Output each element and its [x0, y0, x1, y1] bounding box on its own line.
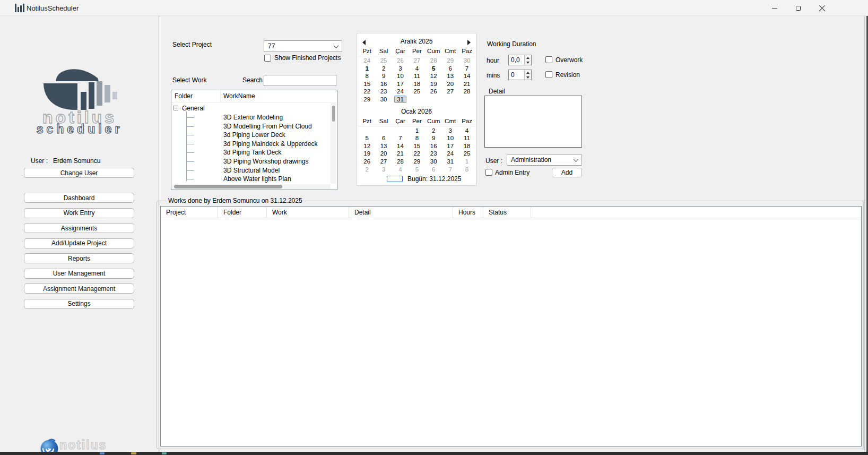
calendar-prev-icon[interactable]: [362, 40, 366, 45]
overwork-checkbox[interactable]: [545, 56, 552, 63]
maximize-button[interactable]: [786, 0, 810, 16]
tree-item-label[interactable]: 3d Piping Lower Deck: [223, 131, 285, 140]
calendar-day[interactable]: 19: [426, 80, 442, 88]
calendar-day[interactable]: 1: [409, 127, 425, 135]
tree-item[interactable]: 3D Piping Workshop drawings: [171, 157, 330, 166]
sidebar-button-work-entry[interactable]: Work Entry: [24, 208, 134, 218]
calendar-day[interactable]: 20: [442, 80, 458, 88]
calendar-day[interactable]: 2: [359, 166, 375, 174]
scrollbar-thumb[interactable]: [332, 106, 335, 122]
tree-item-label[interactable]: 3D Modelling From Point Cloud: [223, 122, 312, 131]
calendar-day[interactable]: 10: [392, 72, 409, 80]
calendar-day[interactable]: 24: [442, 150, 458, 158]
tree-item[interactable]: 3d Piping Tank Deck: [171, 148, 330, 157]
tree-root-node[interactable]: General: [173, 104, 205, 112]
calendar-day[interactable]: 11: [409, 72, 425, 80]
calendar-day[interactable]: 29: [442, 57, 458, 65]
entry-user-combobox[interactable]: Administration: [507, 154, 582, 166]
hour-spinner[interactable]: 0,0: [508, 55, 532, 65]
calendar-day[interactable]: 18: [409, 80, 425, 88]
column-header-work[interactable]: Work: [267, 207, 349, 218]
calendar-day[interactable]: 8: [359, 72, 375, 80]
mins-down-button[interactable]: [525, 75, 531, 80]
close-button[interactable]: [810, 0, 834, 16]
calendar-day[interactable]: 4: [458, 127, 475, 135]
tree-item[interactable]: 3D Modelling From Point Cloud: [171, 122, 330, 131]
tree-horizontal-scrollbar[interactable]: [172, 184, 331, 189]
calendar-day[interactable]: 12: [359, 142, 375, 150]
calendar-day[interactable]: 13: [442, 72, 458, 80]
calendar-day[interactable]: 25: [409, 88, 425, 96]
calendar-day[interactable]: 29: [409, 158, 425, 166]
calendar-day[interactable]: 16: [426, 142, 442, 150]
tree-item[interactable]: 3D Exterior Modeling: [171, 113, 330, 122]
tree-column-folder[interactable]: Folder: [171, 90, 221, 102]
calendar-day[interactable]: 19: [359, 150, 375, 158]
sidebar-button-assignment-management[interactable]: Assignment Management: [24, 284, 134, 294]
selected-day[interactable]: 31: [394, 96, 406, 103]
calendar-day[interactable]: 4: [409, 65, 425, 73]
mins-up-button[interactable]: [525, 70, 531, 75]
calendar-day[interactable]: 23: [426, 150, 442, 158]
sidebar-button-user-management[interactable]: User Management: [24, 269, 134, 279]
change-user-button[interactable]: Change User: [24, 168, 134, 178]
column-header-project[interactable]: Project: [161, 207, 218, 218]
calendar-day[interactable]: 10: [442, 134, 458, 142]
calendar-day[interactable]: 5: [426, 65, 442, 73]
sidebar-button-settings[interactable]: Settings: [24, 299, 134, 309]
minimize-button[interactable]: [762, 0, 786, 16]
calendar-day[interactable]: 18: [458, 142, 475, 150]
scrollbar-thumb[interactable]: [174, 185, 282, 188]
calendar-next-icon[interactable]: [467, 40, 471, 45]
calendar-day[interactable]: 31: [392, 96, 409, 104]
calendar-day[interactable]: 26: [426, 88, 442, 96]
tree-item-label[interactable]: 3d Piping Tank Deck: [223, 148, 281, 157]
work-tree[interactable]: Folder WorkName General 3D Exterior Mode…: [171, 90, 337, 190]
calendar-day[interactable]: 21: [392, 150, 409, 158]
hour-down-button[interactable]: [525, 60, 531, 65]
calendar-day[interactable]: 6: [375, 134, 392, 142]
calendar-day[interactable]: 6: [442, 65, 458, 73]
calendar-day[interactable]: 7: [442, 166, 458, 174]
calendar-day[interactable]: 24: [359, 57, 375, 65]
calendar-day[interactable]: 25: [375, 57, 392, 65]
calendar-day[interactable]: 26: [359, 158, 375, 166]
tree-vertical-scrollbar[interactable]: [331, 103, 336, 184]
calendar-day[interactable]: 13: [375, 142, 392, 150]
calendar-day[interactable]: 3: [442, 127, 458, 135]
calendar-day[interactable]: 1: [359, 65, 375, 73]
works-listview[interactable]: ProjectFolderWorkDetailHoursStatus: [160, 206, 862, 447]
calendar-day[interactable]: 14: [458, 72, 475, 80]
calendar-day[interactable]: 30: [426, 158, 442, 166]
calendar-day[interactable]: 15: [409, 142, 425, 150]
collapse-icon[interactable]: [173, 106, 178, 110]
column-header-folder[interactable]: Folder: [218, 207, 267, 218]
calendar-day[interactable]: 2: [426, 127, 442, 135]
calendar-day[interactable]: 14: [392, 142, 409, 150]
calendar-day[interactable]: 5: [359, 134, 375, 142]
calendar-day[interactable]: 8: [409, 134, 425, 142]
sidebar-button-assignments[interactable]: Assignments: [24, 223, 134, 233]
calendar-day[interactable]: 24: [392, 88, 409, 96]
search-input[interactable]: [264, 75, 336, 86]
works-body[interactable]: [161, 218, 861, 446]
calendar-day[interactable]: 9: [375, 72, 392, 80]
calendar-day[interactable]: 2: [375, 65, 392, 73]
tree-item-label[interactable]: 3D Structural Model: [223, 166, 280, 175]
calendar-day[interactable]: 15: [359, 80, 375, 88]
calendar-day[interactable]: 22: [409, 150, 425, 158]
show-finished-checkbox[interactable]: [264, 55, 271, 62]
calendar-day[interactable]: 3: [392, 65, 409, 73]
sidebar-button-add-update-project[interactable]: Add/Update Project: [24, 238, 134, 248]
sidebar-button-dashboard[interactable]: Dashboard: [24, 193, 134, 203]
calendar-day[interactable]: 7: [458, 65, 475, 73]
calendar-day[interactable]: 30: [375, 96, 392, 104]
calendar-day[interactable]: 20: [375, 150, 392, 158]
calendar-day[interactable]: 27: [375, 158, 392, 166]
calendar-day[interactable]: 17: [442, 142, 458, 150]
admin-entry-checkbox[interactable]: [485, 169, 492, 176]
calendar-day[interactable]: 11: [458, 134, 475, 142]
calendar-day[interactable]: 9: [426, 134, 442, 142]
tree-item-label[interactable]: Above Water lights Plan: [223, 175, 291, 184]
calendar-day[interactable]: 25: [458, 150, 475, 158]
